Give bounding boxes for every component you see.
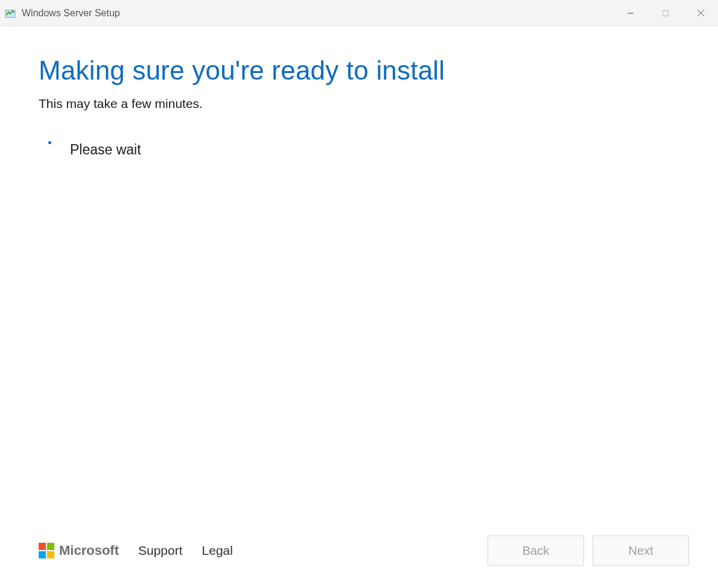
titlebar: Windows Server Setup xyxy=(0,0,718,27)
minimize-button[interactable] xyxy=(613,0,648,26)
next-button: Next xyxy=(593,536,689,566)
footer-left: Microsoft Support Legal xyxy=(39,543,233,558)
footer-nav: Back Next xyxy=(488,536,689,566)
maximize-button xyxy=(648,0,683,26)
progress-row: Please wait xyxy=(45,141,679,158)
microsoft-brand-text: Microsoft xyxy=(59,543,119,558)
page-subheading: This may take a few minutes. xyxy=(39,96,679,111)
setup-app-icon xyxy=(5,8,16,19)
microsoft-logo-icon xyxy=(39,543,54,558)
main-content: Making sure you're ready to install This… xyxy=(0,27,718,528)
legal-link[interactable]: Legal xyxy=(202,543,233,558)
back-button: Back xyxy=(488,536,584,566)
titlebar-title: Windows Server Setup xyxy=(22,8,613,19)
page-heading: Making sure you're ready to install xyxy=(39,55,679,86)
footer: Microsoft Support Legal Back Next xyxy=(0,528,718,588)
microsoft-logo: Microsoft xyxy=(39,543,119,558)
svg-rect-2 xyxy=(663,10,669,16)
progress-label: Please wait xyxy=(70,142,141,158)
support-link[interactable]: Support xyxy=(138,543,183,558)
spinner-icon xyxy=(45,141,62,158)
close-button[interactable] xyxy=(683,0,718,26)
titlebar-controls xyxy=(613,0,718,26)
